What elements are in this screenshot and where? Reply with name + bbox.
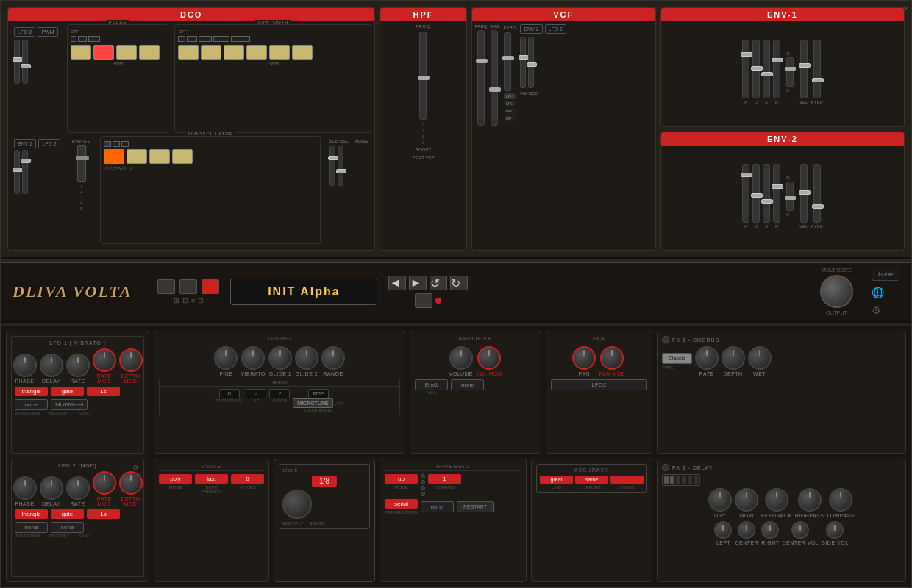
- nav-extra-btn1[interactable]: [415, 293, 432, 308]
- dco-subosc-btn3[interactable]: [149, 149, 170, 164]
- env2-d-track[interactable]: [752, 164, 760, 223]
- prev-btn[interactable]: ◄: [388, 276, 406, 290]
- dco-env-fader1-track[interactable]: [14, 150, 20, 194]
- vcf-mod-fader1-thumb[interactable]: [519, 55, 529, 60]
- dco-env-fader2-track[interactable]: [22, 150, 28, 194]
- vcf-kybd-track[interactable]: [504, 32, 511, 91]
- lfo2-delay-knob[interactable]: [40, 476, 63, 500]
- icon-gear[interactable]: ⚙: [872, 304, 899, 316]
- env1-r-thumb[interactable]: [772, 58, 783, 62]
- env2-s-track[interactable]: [763, 164, 770, 223]
- env2-vel-track[interactable]: [800, 164, 808, 223]
- chorus-wet-knob[interactable]: [748, 346, 772, 370]
- acc-live-val[interactable]: great: [540, 476, 573, 484]
- chorus-classic-btn[interactable]: Classic: [662, 353, 692, 364]
- delay-centervol-knob[interactable]: [791, 521, 809, 539]
- vcf-mod-fader1-track[interactable]: [520, 37, 526, 88]
- undo-btn[interactable]: ↺: [430, 276, 447, 290]
- lfo1-phase-knob[interactable]: [13, 354, 37, 377]
- vcf-res-track[interactable]: [491, 30, 498, 126]
- env1-q-track[interactable]: [786, 57, 794, 87]
- dco-saw-btn4[interactable]: [246, 45, 267, 60]
- vcf-freq-track[interactable]: [477, 30, 485, 126]
- delay-center-knob[interactable]: [738, 521, 755, 539]
- vcf-env2-tag[interactable]: ENV 2: [520, 24, 542, 34]
- env1-vel-track[interactable]: [800, 40, 808, 98]
- dco-pulse-btn3[interactable]: [116, 45, 137, 60]
- dco-pulse-btn4[interactable]: [139, 45, 160, 60]
- next-btn[interactable]: ►: [409, 276, 427, 290]
- dco-range-track[interactable]: [77, 145, 86, 182]
- arp-prog-val[interactable]: serial: [385, 499, 418, 509]
- env1-a-track[interactable]: [742, 40, 749, 98]
- pan-pan-knob[interactable]: [572, 346, 596, 370]
- dco-saw-btn2[interactable]: [201, 45, 221, 60]
- lfo1-delay-knob[interactable]: [40, 354, 63, 377]
- lfo2-rate-knob[interactable]: [66, 476, 90, 500]
- env2-q-thumb[interactable]: [785, 196, 796, 200]
- lfo2-ratemod-knob[interactable]: [93, 471, 116, 495]
- dco-fader1-track[interactable]: [14, 40, 20, 84]
- lfo2-phase-knob[interactable]: [13, 476, 37, 500]
- vcf-kybd-thumb[interactable]: [502, 56, 514, 60]
- dco-pwm-tag[interactable]: PWM: [38, 27, 57, 37]
- dco-pulse-btn1[interactable]: [71, 45, 91, 60]
- arp-mode-val[interactable]: up: [385, 474, 418, 484]
- delay-wow-knob[interactable]: [735, 488, 758, 512]
- dco-sn-fader1-thumb[interactable]: [328, 156, 338, 160]
- tuning-range-knob[interactable]: [321, 346, 345, 370]
- delay-lowpass-knob[interactable]: [829, 488, 852, 512]
- env2-s-thumb[interactable]: [761, 199, 773, 204]
- dco-pulse-btn2[interactable]: [93, 45, 114, 60]
- icon-camera[interactable]: ⊡: [198, 297, 204, 304]
- dco-env-fader1-thumb[interactable]: [13, 168, 23, 172]
- clock-knob[interactable]: [282, 490, 312, 519]
- pan-mod-val[interactable]: LFO2: [551, 379, 647, 390]
- env1-a-thumb[interactable]: [741, 52, 752, 57]
- env1-vel-thumb[interactable]: [799, 63, 811, 68]
- env1-r-track[interactable]: [773, 40, 780, 98]
- env1-s-thumb[interactable]: [761, 72, 773, 76]
- vcf-res-thumb[interactable]: [489, 87, 501, 92]
- transport-btn-red[interactable]: [202, 279, 219, 294]
- transport-btn1[interactable]: [157, 279, 175, 294]
- env2-d-thumb[interactable]: [751, 193, 763, 198]
- amp-volume-knob[interactable]: [449, 346, 473, 370]
- vcf-bp-btn[interactable]: BP: [504, 115, 516, 121]
- tuning-vibrato-knob[interactable]: [241, 346, 265, 370]
- vcf-hp-btn[interactable]: HP: [504, 108, 516, 114]
- dco-sn-fader2-track[interactable]: [338, 146, 343, 186]
- dco-subosc-btn4[interactable]: [172, 149, 193, 164]
- delay-sidevol-knob[interactable]: [826, 521, 844, 539]
- delay-right-knob[interactable]: [761, 521, 779, 539]
- vcf-mod-fader2-track[interactable]: [528, 37, 534, 88]
- chorus-rate-knob[interactable]: [695, 346, 719, 370]
- lfo1-sync[interactable]: 1s: [87, 387, 120, 396]
- tuning-transpose-val[interactable]: 0: [219, 389, 240, 398]
- env2-r-thumb[interactable]: [772, 184, 783, 189]
- dco-sn-fader1-track[interactable]: [329, 146, 335, 186]
- dco-fader1-thumb[interactable]: [13, 57, 23, 62]
- dco-saw-btn3[interactable]: [224, 45, 244, 60]
- amp-volmod-knob[interactable]: [477, 346, 501, 370]
- dco-range-thumb[interactable]: [76, 156, 89, 160]
- env2-a-thumb[interactable]: [741, 173, 752, 177]
- delay-left-knob[interactable]: [714, 521, 732, 539]
- chorus-depth-knob[interactable]: [722, 346, 745, 370]
- dco-lfo2-tag[interactable]: LFO 2: [14, 27, 35, 37]
- dco-fader2-track[interactable]: [22, 40, 28, 84]
- env2-kybd-track[interactable]: [813, 164, 821, 223]
- vcf-lp2-btn[interactable]: LP2: [504, 101, 516, 107]
- output-knob[interactable]: [820, 275, 853, 308]
- lfo1-mod1[interactable]: none: [15, 399, 48, 410]
- env1-s-track[interactable]: [763, 40, 770, 98]
- acc-offline-val[interactable]: same: [575, 476, 608, 484]
- arp-octaves-val[interactable]: 1: [428, 474, 461, 484]
- lfo1-mod2[interactable]: ModWheel: [51, 399, 88, 410]
- voice-voices-val[interactable]: 6: [231, 474, 264, 484]
- transport-btn2[interactable]: [179, 279, 197, 294]
- tuning-glide1-knob[interactable]: [268, 346, 292, 370]
- dco-saw-btn6[interactable]: [292, 45, 313, 60]
- env2-q-track[interactable]: [786, 182, 794, 211]
- env1-q-thumb[interactable]: [785, 67, 796, 71]
